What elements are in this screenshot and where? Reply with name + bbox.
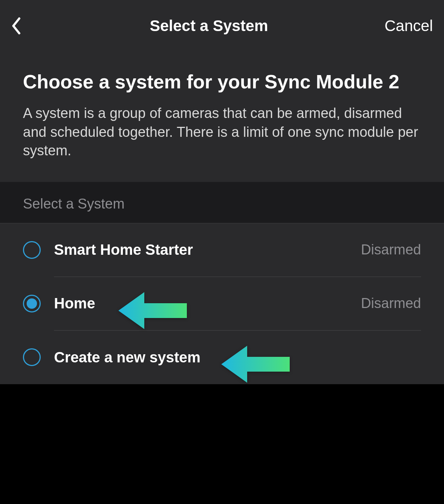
bottom-spacer xyxy=(0,384,444,477)
radio-unselected-icon xyxy=(23,348,41,366)
chevron-left-icon xyxy=(11,17,21,35)
page-title: Select a System xyxy=(150,17,268,35)
list-row-content: Smart Home Starter Disarmed xyxy=(54,223,421,277)
system-label: Create a new system xyxy=(54,349,201,366)
list-section-header: Select a System xyxy=(0,182,444,223)
system-option-create-new[interactable]: Create a new system xyxy=(0,331,444,384)
navigation-header: Select a System Cancel xyxy=(0,0,444,52)
list-row-content: Create a new system xyxy=(54,331,421,384)
list-row-content: Home Disarmed xyxy=(54,277,421,331)
back-button[interactable] xyxy=(11,15,33,37)
intro-section: Choose a system for your Sync Module 2 A… xyxy=(0,52,444,182)
system-option-home[interactable]: Home Disarmed xyxy=(0,277,444,331)
system-status: Disarmed xyxy=(361,242,421,258)
radio-selected-icon xyxy=(23,295,41,312)
intro-heading: Choose a system for your Sync Module 2 xyxy=(23,70,421,94)
radio-selected-dot xyxy=(27,298,37,309)
list-header-label: Select a System xyxy=(23,196,444,212)
system-option-smart-home-starter[interactable]: Smart Home Starter Disarmed xyxy=(0,223,444,277)
system-status: Disarmed xyxy=(361,295,421,311)
radio-unselected-icon xyxy=(23,241,41,259)
system-label: Home xyxy=(54,295,95,312)
system-list: Smart Home Starter Disarmed Home Disarme… xyxy=(0,223,444,384)
intro-description: A system is a group of cameras that can … xyxy=(23,104,421,159)
cancel-button[interactable]: Cancel xyxy=(384,17,433,35)
system-label: Smart Home Starter xyxy=(54,241,193,258)
